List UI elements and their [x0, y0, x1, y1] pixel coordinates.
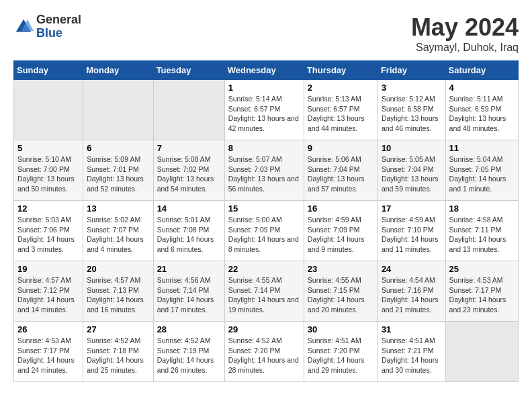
calendar-week-row: 19Sunrise: 4:57 AMSunset: 7:12 PMDayligh…: [14, 261, 519, 322]
logo: General Blue: [13, 13, 81, 40]
day-number: 12: [17, 203, 79, 214]
day-info: Sunrise: 5:04 AMSunset: 7:05 PMDaylight:…: [449, 154, 515, 194]
day-number: 20: [87, 264, 149, 274]
day-number: 22: [228, 264, 300, 274]
page-header: General Blue May 2024 Saymayl, Duhok, Ir…: [13, 13, 519, 54]
day-number: 21: [157, 264, 221, 274]
day-info: Sunrise: 4:51 AMSunset: 7:20 PMDaylight:…: [308, 336, 374, 375]
day-info: Sunrise: 5:11 AMSunset: 6:59 PMDaylight:…: [449, 94, 515, 134]
day-of-week-header: Sunday: [14, 61, 83, 80]
day-info: Sunrise: 5:12 AMSunset: 6:58 PMDaylight:…: [382, 94, 442, 134]
day-number: 6: [87, 143, 149, 153]
day-number: 10: [382, 143, 442, 153]
day-number: 24: [382, 264, 442, 274]
day-number: 11: [449, 143, 515, 153]
calendar-cell: 9Sunrise: 5:06 AMSunset: 7:04 PMDaylight…: [304, 140, 378, 201]
day-info: Sunrise: 5:00 AMSunset: 7:09 PMDaylight:…: [228, 215, 300, 255]
calendar-cell: 22Sunrise: 4:55 AMSunset: 7:14 PMDayligh…: [224, 261, 304, 322]
day-number: 27: [87, 324, 149, 334]
day-info: Sunrise: 4:54 AMSunset: 7:16 PMDaylight:…: [382, 275, 442, 315]
day-info: Sunrise: 5:08 AMSunset: 7:02 PMDaylight:…: [157, 154, 221, 194]
day-info: Sunrise: 4:59 AMSunset: 7:10 PMDaylight:…: [382, 215, 442, 255]
calendar-week-row: 5Sunrise: 5:10 AMSunset: 7:00 PMDaylight…: [14, 140, 519, 201]
day-number: 18: [449, 203, 515, 214]
day-of-week-header: Friday: [378, 61, 445, 80]
day-number: 17: [382, 203, 442, 214]
day-number: 9: [308, 143, 374, 153]
calendar-cell: 11Sunrise: 5:04 AMSunset: 7:05 PMDayligh…: [445, 140, 518, 201]
day-info: Sunrise: 4:51 AMSunset: 7:21 PMDaylight:…: [382, 336, 442, 375]
day-info: Sunrise: 4:57 AMSunset: 7:12 PMDaylight:…: [17, 275, 79, 315]
day-of-week-header: Thursday: [304, 61, 378, 80]
logo-icon: [13, 17, 34, 37]
day-info: Sunrise: 4:55 AMSunset: 7:14 PMDaylight:…: [228, 275, 300, 315]
calendar-cell: 1Sunrise: 5:14 AMSunset: 6:57 PMDaylight…: [224, 80, 304, 140]
day-info: Sunrise: 4:53 AMSunset: 7:17 PMDaylight:…: [17, 336, 79, 375]
calendar-cell: 10Sunrise: 5:05 AMSunset: 7:04 PMDayligh…: [378, 140, 445, 201]
day-info: Sunrise: 5:09 AMSunset: 7:01 PMDaylight:…: [87, 154, 149, 194]
day-info: Sunrise: 4:53 AMSunset: 7:17 PMDaylight:…: [449, 275, 515, 315]
day-info: Sunrise: 4:52 AMSunset: 7:19 PMDaylight:…: [157, 336, 221, 375]
calendar-table: SundayMondayTuesdayWednesdayThursdayFrid…: [13, 60, 519, 382]
day-number: 28: [157, 324, 221, 334]
day-info: Sunrise: 5:10 AMSunset: 7:00 PMDaylight:…: [17, 154, 79, 194]
calendar-cell: 30Sunrise: 4:51 AMSunset: 7:20 PMDayligh…: [304, 322, 378, 382]
day-info: Sunrise: 5:03 AMSunset: 7:06 PMDaylight:…: [17, 215, 79, 255]
calendar-cell: [83, 80, 153, 140]
day-number: 29: [228, 324, 300, 334]
calendar-cell: 19Sunrise: 4:57 AMSunset: 7:12 PMDayligh…: [14, 261, 83, 322]
day-number: 23: [308, 264, 374, 274]
calendar-cell: 13Sunrise: 5:02 AMSunset: 7:07 PMDayligh…: [83, 201, 153, 261]
calendar-cell: [14, 80, 83, 140]
day-number: 31: [382, 324, 442, 334]
calendar-cell: [445, 322, 518, 382]
day-info: Sunrise: 5:07 AMSunset: 7:03 PMDaylight:…: [228, 154, 300, 194]
day-of-week-header: Wednesday: [224, 61, 304, 80]
calendar-cell: 15Sunrise: 5:00 AMSunset: 7:09 PMDayligh…: [224, 201, 304, 261]
calendar-week-row: 12Sunrise: 5:03 AMSunset: 7:06 PMDayligh…: [14, 201, 519, 261]
day-number: 13: [87, 203, 149, 214]
day-number: 3: [382, 83, 442, 93]
calendar-cell: 23Sunrise: 4:55 AMSunset: 7:15 PMDayligh…: [304, 261, 378, 322]
day-info: Sunrise: 4:57 AMSunset: 7:13 PMDaylight:…: [87, 275, 149, 315]
title-block: May 2024 Saymayl, Duhok, Iraq: [411, 13, 519, 54]
calendar-cell: 8Sunrise: 5:07 AMSunset: 7:03 PMDaylight…: [224, 140, 304, 201]
calendar-cell: 17Sunrise: 4:59 AMSunset: 7:10 PMDayligh…: [378, 201, 445, 261]
calendar-cell: 2Sunrise: 5:13 AMSunset: 6:57 PMDaylight…: [304, 80, 378, 140]
location-title: Saymayl, Duhok, Iraq: [411, 42, 519, 54]
calendar-cell: 3Sunrise: 5:12 AMSunset: 6:58 PMDaylight…: [378, 80, 445, 140]
calendar-header-row: SundayMondayTuesdayWednesdayThursdayFrid…: [14, 61, 519, 80]
day-number: 26: [17, 324, 79, 334]
logo-blue-text: Blue: [36, 27, 81, 40]
day-of-week-header: Tuesday: [153, 61, 224, 80]
calendar-cell: 6Sunrise: 5:09 AMSunset: 7:01 PMDaylight…: [83, 140, 153, 201]
day-number: 25: [449, 264, 515, 274]
day-number: 7: [157, 143, 221, 153]
calendar-cell: 12Sunrise: 5:03 AMSunset: 7:06 PMDayligh…: [14, 201, 83, 261]
day-info: Sunrise: 4:58 AMSunset: 7:11 PMDaylight:…: [449, 215, 515, 255]
day-number: 14: [157, 203, 221, 214]
calendar-cell: 24Sunrise: 4:54 AMSunset: 7:16 PMDayligh…: [378, 261, 445, 322]
day-info: Sunrise: 4:52 AMSunset: 7:18 PMDaylight:…: [87, 336, 149, 375]
day-info: Sunrise: 4:56 AMSunset: 7:14 PMDaylight:…: [157, 275, 221, 315]
calendar-cell: 7Sunrise: 5:08 AMSunset: 7:02 PMDaylight…: [153, 140, 224, 201]
day-number: 5: [17, 143, 79, 153]
calendar-cell: 27Sunrise: 4:52 AMSunset: 7:18 PMDayligh…: [83, 322, 153, 382]
calendar-cell: 29Sunrise: 4:52 AMSunset: 7:20 PMDayligh…: [224, 322, 304, 382]
calendar-cell: 18Sunrise: 4:58 AMSunset: 7:11 PMDayligh…: [445, 201, 518, 261]
day-of-week-header: Saturday: [445, 61, 518, 80]
calendar-cell: 21Sunrise: 4:56 AMSunset: 7:14 PMDayligh…: [153, 261, 224, 322]
calendar-cell: 20Sunrise: 4:57 AMSunset: 7:13 PMDayligh…: [83, 261, 153, 322]
calendar-cell: [153, 80, 224, 140]
day-number: 16: [308, 203, 374, 214]
day-info: Sunrise: 5:14 AMSunset: 6:57 PMDaylight:…: [228, 94, 300, 134]
calendar-week-row: 1Sunrise: 5:14 AMSunset: 6:57 PMDaylight…: [14, 80, 519, 140]
calendar-cell: 14Sunrise: 5:01 AMSunset: 7:08 PMDayligh…: [153, 201, 224, 261]
day-info: Sunrise: 4:59 AMSunset: 7:09 PMDaylight:…: [308, 215, 374, 255]
day-info: Sunrise: 4:52 AMSunset: 7:20 PMDaylight:…: [228, 336, 300, 375]
day-info: Sunrise: 5:06 AMSunset: 7:04 PMDaylight:…: [308, 154, 374, 194]
calendar-cell: 25Sunrise: 4:53 AMSunset: 7:17 PMDayligh…: [445, 261, 518, 322]
logo-text: General Blue: [36, 13, 81, 40]
day-info: Sunrise: 5:02 AMSunset: 7:07 PMDaylight:…: [87, 215, 149, 255]
calendar-cell: 16Sunrise: 4:59 AMSunset: 7:09 PMDayligh…: [304, 201, 378, 261]
